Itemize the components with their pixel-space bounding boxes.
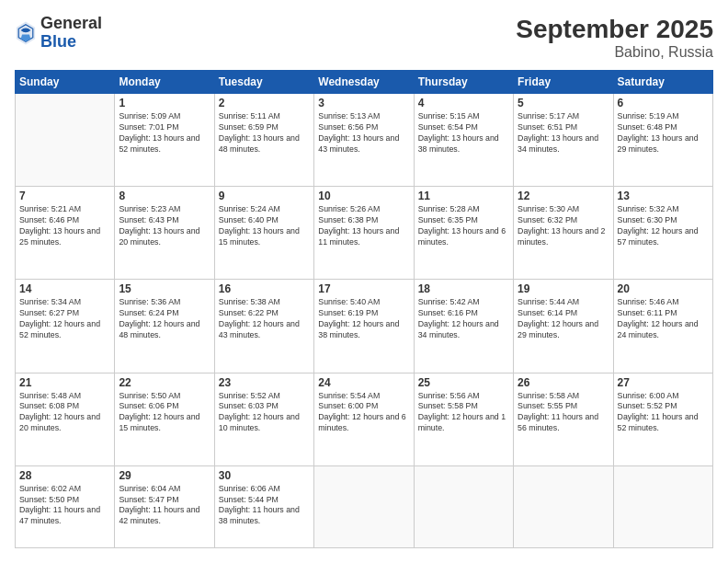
cell-info: Sunrise: 5:30 AMSunset: 6:32 PMDaylight:… — [518, 204, 609, 248]
calendar-cell: 16Sunrise: 5:38 AMSunset: 6:22 PMDayligh… — [214, 280, 313, 373]
logo: General Blue — [15, 15, 102, 52]
day-number: 4 — [418, 97, 509, 109]
weekday-header: Saturday — [613, 71, 712, 94]
day-number: 13 — [618, 190, 709, 202]
cell-info: Sunrise: 5:19 AMSunset: 6:48 PMDaylight:… — [618, 111, 709, 155]
cell-info: Sunrise: 5:42 AMSunset: 6:16 PMDaylight:… — [418, 297, 509, 341]
calendar-cell: 6Sunrise: 5:19 AMSunset: 6:48 PMDaylight… — [613, 94, 712, 187]
cell-info: Sunrise: 5:24 AMSunset: 6:40 PMDaylight:… — [219, 204, 310, 248]
day-number: 2 — [219, 97, 310, 109]
title-location: Babino, Russia — [516, 44, 713, 61]
calendar-cell: 8Sunrise: 5:23 AMSunset: 6:43 PMDaylight… — [115, 187, 214, 280]
day-number: 6 — [618, 97, 709, 109]
cell-info: Sunrise: 5:50 AMSunset: 6:06 PMDaylight:… — [119, 391, 210, 435]
calendar-cell: 30Sunrise: 6:06 AMSunset: 5:44 PMDayligh… — [214, 465, 313, 547]
logo-icon — [15, 20, 37, 46]
calendar-cell: 9Sunrise: 5:24 AMSunset: 6:40 PMDaylight… — [214, 187, 313, 280]
day-number: 30 — [219, 469, 310, 482]
cell-info: Sunrise: 5:54 AMSunset: 6:00 PMDaylight:… — [318, 391, 409, 435]
day-number: 19 — [518, 282, 609, 295]
day-number: 15 — [119, 282, 210, 295]
calendar-cell: 27Sunrise: 6:00 AMSunset: 5:52 PMDayligh… — [613, 373, 712, 465]
cell-info: Sunrise: 5:36 AMSunset: 6:24 PMDaylight:… — [119, 297, 210, 341]
cell-info: Sunrise: 6:06 AMSunset: 5:44 PMDaylight:… — [219, 484, 310, 528]
cell-info: Sunrise: 5:26 AMSunset: 6:38 PMDaylight:… — [318, 204, 409, 248]
calendar-cell: 5Sunrise: 5:17 AMSunset: 6:51 PMDaylight… — [514, 94, 613, 187]
calendar-cell — [414, 465, 513, 547]
day-number: 17 — [318, 282, 409, 295]
calendar-cell: 4Sunrise: 5:15 AMSunset: 6:54 PMDaylight… — [414, 94, 513, 187]
cell-info: Sunrise: 5:28 AMSunset: 6:35 PMDaylight:… — [418, 204, 509, 248]
day-number: 24 — [318, 376, 409, 389]
calendar-cell: 25Sunrise: 5:56 AMSunset: 5:58 PMDayligh… — [414, 373, 513, 465]
calendar-cell — [16, 94, 115, 187]
calendar-cell: 22Sunrise: 5:50 AMSunset: 6:06 PMDayligh… — [115, 373, 214, 465]
weekday-header: Thursday — [414, 71, 513, 94]
day-number: 23 — [219, 376, 310, 389]
day-number: 5 — [518, 97, 609, 109]
calendar-cell — [314, 465, 414, 547]
cell-info: Sunrise: 6:04 AMSunset: 5:47 PMDaylight:… — [119, 484, 210, 528]
cell-info: Sunrise: 5:17 AMSunset: 6:51 PMDaylight:… — [518, 111, 609, 155]
logo-text: General Blue — [40, 15, 102, 52]
cell-info: Sunrise: 5:15 AMSunset: 6:54 PMDaylight:… — [418, 111, 509, 155]
weekday-header: Tuesday — [214, 71, 313, 94]
cell-info: Sunrise: 5:11 AMSunset: 6:59 PMDaylight:… — [219, 111, 310, 155]
day-number: 7 — [19, 190, 110, 202]
calendar-cell: 3Sunrise: 5:13 AMSunset: 6:56 PMDaylight… — [314, 94, 414, 187]
cell-info: Sunrise: 5:46 AMSunset: 6:11 PMDaylight:… — [618, 297, 709, 341]
day-number: 14 — [19, 282, 110, 295]
logo-general: General — [40, 14, 102, 32]
day-number: 12 — [518, 190, 609, 202]
day-number: 10 — [318, 190, 409, 202]
day-number: 1 — [119, 97, 210, 109]
calendar-cell: 2Sunrise: 5:11 AMSunset: 6:59 PMDaylight… — [214, 94, 313, 187]
cell-info: Sunrise: 5:56 AMSunset: 5:58 PMDaylight:… — [418, 391, 509, 435]
day-number: 9 — [219, 190, 310, 202]
calendar-cell: 10Sunrise: 5:26 AMSunset: 6:38 PMDayligh… — [314, 187, 414, 280]
day-number: 21 — [19, 376, 110, 389]
cell-info: Sunrise: 5:21 AMSunset: 6:46 PMDaylight:… — [19, 204, 110, 248]
cell-info: Sunrise: 5:34 AMSunset: 6:27 PMDaylight:… — [19, 297, 110, 341]
weekday-header: Wednesday — [314, 71, 414, 94]
day-number: 27 — [618, 376, 709, 389]
day-number: 18 — [418, 282, 509, 295]
cell-info: Sunrise: 6:02 AMSunset: 5:50 PMDaylight:… — [19, 484, 110, 528]
cell-info: Sunrise: 5:38 AMSunset: 6:22 PMDaylight:… — [219, 297, 310, 341]
calendar-cell: 7Sunrise: 5:21 AMSunset: 6:46 PMDaylight… — [16, 187, 115, 280]
day-number: 29 — [119, 469, 210, 482]
calendar-cell: 12Sunrise: 5:30 AMSunset: 6:32 PMDayligh… — [514, 187, 613, 280]
page: General Blue September 2025 Babino, Russ… — [0, 0, 728, 563]
calendar-cell — [514, 465, 613, 547]
day-number: 28 — [19, 469, 110, 482]
calendar-cell: 24Sunrise: 5:54 AMSunset: 6:00 PMDayligh… — [314, 373, 414, 465]
cell-info: Sunrise: 5:58 AMSunset: 5:55 PMDaylight:… — [518, 391, 609, 435]
calendar-cell: 1Sunrise: 5:09 AMSunset: 7:01 PMDaylight… — [115, 94, 214, 187]
calendar-cell: 17Sunrise: 5:40 AMSunset: 6:19 PMDayligh… — [314, 280, 414, 373]
title-block: September 2025 Babino, Russia — [516, 15, 713, 61]
cell-info: Sunrise: 6:00 AMSunset: 5:52 PMDaylight:… — [618, 391, 709, 435]
day-number: 26 — [518, 376, 609, 389]
day-number: 20 — [618, 282, 709, 295]
calendar-cell: 21Sunrise: 5:48 AMSunset: 6:08 PMDayligh… — [16, 373, 115, 465]
day-number: 16 — [219, 282, 310, 295]
calendar-header-row: SundayMondayTuesdayWednesdayThursdayFrid… — [16, 71, 713, 94]
weekday-header: Friday — [514, 71, 613, 94]
day-number: 22 — [119, 376, 210, 389]
calendar-cell: 11Sunrise: 5:28 AMSunset: 6:35 PMDayligh… — [414, 187, 513, 280]
day-number: 8 — [119, 190, 210, 202]
day-number: 3 — [318, 97, 409, 109]
calendar-cell: 19Sunrise: 5:44 AMSunset: 6:14 PMDayligh… — [514, 280, 613, 373]
calendar-cell: 26Sunrise: 5:58 AMSunset: 5:55 PMDayligh… — [514, 373, 613, 465]
week-row: 1Sunrise: 5:09 AMSunset: 7:01 PMDaylight… — [16, 94, 713, 187]
calendar-cell: 28Sunrise: 6:02 AMSunset: 5:50 PMDayligh… — [16, 465, 115, 547]
calendar-cell: 14Sunrise: 5:34 AMSunset: 6:27 PMDayligh… — [16, 280, 115, 373]
cell-info: Sunrise: 5:48 AMSunset: 6:08 PMDaylight:… — [19, 391, 110, 435]
title-month: September 2025 — [516, 15, 713, 44]
calendar-cell: 13Sunrise: 5:32 AMSunset: 6:30 PMDayligh… — [613, 187, 712, 280]
week-row: 7Sunrise: 5:21 AMSunset: 6:46 PMDaylight… — [16, 187, 713, 280]
week-row: 14Sunrise: 5:34 AMSunset: 6:27 PMDayligh… — [16, 280, 713, 373]
calendar-cell: 23Sunrise: 5:52 AMSunset: 6:03 PMDayligh… — [214, 373, 313, 465]
calendar-cell: 29Sunrise: 6:04 AMSunset: 5:47 PMDayligh… — [115, 465, 214, 547]
cell-info: Sunrise: 5:44 AMSunset: 6:14 PMDaylight:… — [518, 297, 609, 341]
